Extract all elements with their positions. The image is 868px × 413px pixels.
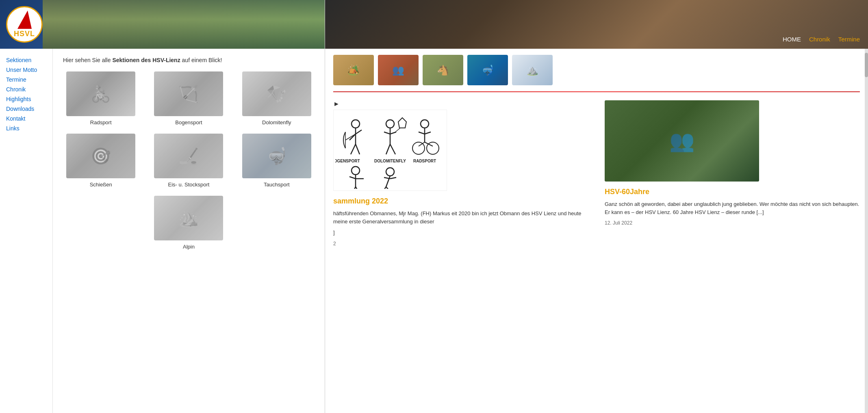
sidebar-item-links[interactable]: Links: [6, 125, 46, 132]
sport-thumb-1[interactable]: 🏕️: [333, 55, 374, 85]
svg-point-18: [421, 120, 429, 128]
scroll-thumb[interactable]: [865, 53, 868, 77]
section-label-alpin: Alpin: [183, 244, 195, 250]
section-label-dolomitenfly: Dolomitenfly: [262, 119, 291, 125]
svg-line-20: [419, 132, 425, 134]
logo-triangle: [17, 11, 32, 29]
section-radsport[interactable]: Radsport: [63, 71, 139, 125]
sports-icons-image: BOGENSPORT DOLOMITENFLY: [333, 110, 447, 191]
section-label-stocksport: Eis- u. Stocksport: [168, 182, 210, 188]
svg-point-33: [386, 168, 394, 176]
section-img-radsport: [66, 71, 135, 116]
svg-line-25: [425, 142, 433, 146]
main-content: Hier sehen Sie alle Sektionen des HSV-Li…: [53, 49, 325, 413]
sports-svg: BOGENSPORT DOLOMITENFLY: [335, 112, 445, 189]
section-img-alpin: [154, 196, 223, 240]
sport-thumbs: 🏕️ 👥 🐴 🤿 ⛰️: [333, 55, 860, 85]
svg-line-31: [352, 187, 356, 189]
section-img-stocksport: [154, 134, 223, 178]
nav-chronik[interactable]: Chronik: [809, 36, 830, 43]
thumb-icon-5: ⛰️: [526, 65, 538, 76]
svg-point-9: [386, 120, 394, 128]
section-stocksport[interactable]: Eis- u. Stocksport: [151, 134, 226, 188]
sidebar-item-sektionen[interactable]: Sektionen: [6, 57, 46, 63]
sidebar-item-unser-motto[interactable]: Unser Motto: [6, 67, 46, 73]
news-date-left: 2: [333, 241, 588, 247]
thumb-icon-2: 👥: [392, 65, 404, 76]
svg-line-12: [390, 132, 396, 134]
svg-line-13: [386, 144, 390, 154]
header-image: [43, 0, 325, 49]
sport-thumb-5[interactable]: ⛰️: [512, 55, 553, 85]
section-schiessen[interactable]: Schießen: [63, 134, 139, 188]
sections-grid: Radsport Bogensport Dolomitenfly Schieße…: [63, 71, 315, 250]
sport-thumb-2[interactable]: 👥: [378, 55, 419, 85]
svg-line-11: [384, 132, 390, 134]
svg-line-16: [395, 128, 400, 132]
header-banner: [43, 0, 325, 49]
thumb-icon-1: 🏕️: [347, 65, 360, 76]
section-label-tauchsport: Tauchsport: [264, 182, 290, 188]
news-text-left: häftsführenden Obmannes, Mjr Mag. (FH) M…: [333, 210, 588, 225]
news-title-right[interactable]: HSV-60Jahre: [605, 188, 860, 196]
section-label-bogensport: Bogensport: [175, 119, 202, 125]
news-date-right: 12. Juli 2022: [605, 220, 860, 226]
svg-line-32: [356, 187, 360, 189]
sidebar-item-termine[interactable]: Termine: [6, 76, 46, 83]
nav-home[interactable]: HOME: [783, 36, 801, 43]
right-body: 🏕️ 👥 🐴 🤿 ⛰️ ►: [325, 49, 868, 413]
svg-point-27: [352, 166, 360, 175]
svg-line-21: [425, 132, 431, 134]
news-link-suffix: ]: [333, 229, 335, 236]
news-image-right: [605, 100, 759, 182]
svg-line-38: [386, 187, 391, 189]
news-title-left[interactable]: sammlung 2022: [333, 197, 588, 205]
news-columns: ► BOGENSPORT: [333, 100, 860, 407]
logo[interactable]: HSVL: [6, 6, 43, 43]
thumb-icon-4: 🤿: [482, 65, 494, 76]
section-img-schiessen: [66, 134, 135, 178]
thumb-icon-3: 🐴: [437, 65, 449, 76]
section-dolomitenfly[interactable]: Dolomitenfly: [239, 71, 315, 125]
right-nav: HOME Chronik Termine: [783, 36, 868, 43]
sport-thumb-4[interactable]: 🤿: [467, 55, 508, 85]
svg-line-3: [356, 130, 362, 134]
sidebar-nav: Sektionen Unser Motto Termine Chronik Hi…: [0, 49, 53, 413]
right-header: HOME Chronik Termine: [325, 0, 868, 49]
sidebar-item-downloads[interactable]: Downloads: [6, 106, 46, 112]
svg-line-14: [390, 144, 395, 154]
nav-termine[interactable]: Termine: [838, 36, 860, 43]
section-img-tauchsport: [242, 134, 311, 178]
news-col-left: ► BOGENSPORT: [333, 100, 588, 407]
svg-text:RADSPORT: RADSPORT: [413, 159, 436, 163]
red-divider: [333, 91, 860, 92]
right-panel: HOME Chronik Termine 🏕️ 👥 🐴 🤿 ⛰️: [325, 0, 868, 413]
section-alpin[interactable]: Alpin: [151, 196, 226, 250]
logo-text: HSVL: [14, 30, 35, 38]
section-tauchsport[interactable]: Tauchsport: [239, 134, 315, 188]
svg-text:DOLOMITENFLY: DOLOMITENFLY: [374, 159, 406, 163]
svg-line-36: [390, 177, 396, 179]
sidebar-item-chronik[interactable]: Chronik: [6, 86, 46, 93]
section-img-dolomitenfly: [242, 71, 311, 116]
svg-marker-15: [398, 118, 406, 128]
sidebar-item-kontakt[interactable]: Kontakt: [6, 115, 46, 122]
arrow-right: ►: [333, 100, 588, 108]
svg-line-4: [351, 144, 356, 154]
sidebar-item-highlights[interactable]: Highlights: [6, 96, 46, 102]
svg-line-29: [349, 177, 356, 179]
section-label-radsport: Radsport: [90, 119, 112, 125]
news-text-right: Ganz schön alt geworden, dabei aber ungl…: [605, 200, 860, 216]
scrollbar[interactable]: [865, 49, 868, 413]
svg-line-5: [356, 144, 360, 154]
left-content: Sektionen Unser Motto Termine Chronik Hi…: [0, 49, 325, 413]
svg-point-22: [412, 142, 425, 154]
svg-text:BOGENSPORT: BOGENSPORT: [335, 159, 360, 163]
left-header: HSVL: [0, 0, 325, 49]
section-label-schiessen: Schießen: [90, 182, 112, 188]
intro-text: Hier sehen Sie alle Sektionen des HSV-Li…: [63, 57, 315, 63]
news-col-right: HSV-60Jahre Ganz schön alt geworden, dab…: [605, 100, 860, 407]
svg-line-37: [382, 187, 386, 189]
section-bogensport[interactable]: Bogensport: [151, 71, 226, 125]
sport-thumb-3[interactable]: 🐴: [423, 55, 463, 85]
